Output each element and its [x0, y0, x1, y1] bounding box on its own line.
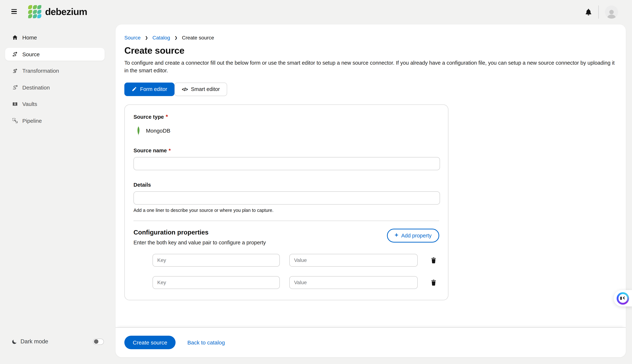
add-property-button[interactable]: + Add property: [387, 228, 439, 242]
tab-label: Form editor: [140, 86, 167, 92]
notifications-button[interactable]: [585, 8, 592, 16]
property-rows: [133, 254, 439, 289]
sidebar-item-transformation[interactable]: Transformation: [5, 64, 105, 77]
assistant-eye: [620, 296, 622, 300]
debezium-logo-icon: [28, 5, 41, 18]
editor-tabs: Form editor </> Smart editor: [124, 82, 616, 96]
chevron-right-icon: ❯: [145, 36, 148, 40]
tab-label: Smart editor: [191, 86, 220, 92]
source-name-field-label: Source name*: [133, 148, 439, 153]
sidebar-item-source[interactable]: Source: [5, 48, 105, 60]
sidebar-item-vaults[interactable]: Vaults: [5, 98, 105, 110]
property-value-input[interactable]: [289, 276, 418, 289]
app-name: debezium: [45, 6, 87, 17]
source-name-input[interactable]: [133, 157, 440, 170]
person-icon: [606, 8, 617, 19]
main-card: Source ❯ Catalog ❯ Create source Create …: [116, 24, 626, 357]
tab-smart-editor[interactable]: </> Smart editor: [174, 82, 227, 96]
source-name-label: Source name: [133, 148, 167, 153]
hamburger-menu-button[interactable]: [11, 9, 17, 14]
sidebar-item-label: Vaults: [22, 101, 37, 107]
toggle-knob: [94, 339, 98, 344]
back-to-catalog-link[interactable]: Back to catalog: [187, 339, 225, 345]
pipeline-icon: [12, 118, 18, 124]
required-asterisk: *: [166, 114, 168, 120]
breadcrumb-current: Create source: [182, 34, 214, 40]
required-asterisk: *: [169, 148, 171, 153]
sidebar: Home Source Transformation Destination: [0, 31, 110, 131]
config-properties-subtitle: Enter the both key and value pair to con…: [133, 240, 266, 245]
details-label: Details: [133, 182, 439, 188]
property-value-input[interactable]: [289, 254, 418, 266]
trash-icon: [431, 279, 436, 286]
code-icon: </>: [182, 86, 188, 92]
header-divider: [598, 6, 599, 19]
transformation-icon: [12, 68, 18, 74]
sidebar-item-label: Destination: [22, 84, 50, 90]
moon-icon: [12, 339, 17, 344]
debezium-logo: debezium: [28, 5, 87, 18]
details-input[interactable]: [133, 191, 440, 204]
dark-mode-label: Dark mode: [21, 338, 48, 345]
vaults-icon: [12, 101, 18, 107]
header-actions: [585, 0, 618, 24]
assistant-eye: [623, 296, 626, 299]
details-helper-text: Add a one liner to describe your source …: [133, 208, 439, 213]
breadcrumb-link-catalog[interactable]: Catalog: [152, 34, 170, 40]
source-type-value: MongoDB: [146, 128, 170, 134]
property-key-input[interactable]: [152, 254, 280, 266]
dark-mode-row: Dark mode: [12, 338, 104, 345]
assistant-face: [618, 294, 627, 303]
sidebar-item-home[interactable]: Home: [5, 31, 105, 44]
page-description: To configure and create a connector fill…: [124, 59, 616, 74]
source-form-card: Source type* MongoDB Source name* Detail…: [124, 104, 448, 300]
chevron-right-icon: ❯: [174, 36, 177, 40]
add-property-label: Add property: [401, 232, 432, 238]
delete-property-button[interactable]: [431, 257, 436, 263]
page-content: Source ❯ Catalog ❯ Create source Create …: [116, 24, 626, 327]
property-key-input[interactable]: [152, 276, 280, 289]
dark-mode-toggle[interactable]: [93, 338, 104, 345]
assistant-widget[interactable]: [614, 290, 632, 306]
sidebar-item-pipeline[interactable]: Pipeline: [5, 114, 105, 127]
sidebar-item-label: Pipeline: [22, 118, 42, 124]
source-icon: [12, 51, 18, 57]
user-avatar[interactable]: [605, 6, 618, 19]
sidebar-item-label: Source: [22, 51, 40, 57]
pencil-icon: [132, 86, 137, 92]
create-source-button[interactable]: Create source: [124, 336, 175, 349]
section-divider: [133, 220, 439, 221]
app-root: debezium Home: [0, 0, 632, 364]
plus-icon: +: [395, 232, 398, 239]
form-footer: Create source Back to catalog: [116, 327, 626, 357]
source-type-field: Source type* MongoDB: [133, 114, 439, 136]
property-row: [133, 254, 439, 266]
source-type-value-row: MongoDB: [133, 125, 439, 136]
source-type-label: Source type: [133, 114, 164, 120]
property-row: [133, 276, 439, 289]
breadcrumb: Source ❯ Catalog ❯ Create source: [124, 34, 616, 40]
mongodb-leaf-icon: [136, 125, 141, 136]
config-properties-header: Configuration properties Enter the both …: [133, 228, 439, 245]
trash-icon: [431, 257, 436, 263]
assistant-icon: [617, 292, 629, 304]
bell-icon: [585, 8, 592, 16]
home-icon: [12, 34, 18, 40]
sidebar-item-destination[interactable]: Destination: [5, 81, 105, 94]
breadcrumb-link-source[interactable]: Source: [124, 34, 141, 40]
config-properties-title: Configuration properties: [133, 228, 266, 236]
sidebar-item-label: Home: [22, 34, 37, 40]
destination-icon: [12, 84, 18, 90]
top-header: debezium: [0, 0, 632, 24]
tab-form-editor[interactable]: Form editor: [124, 82, 174, 96]
sidebar-item-label: Transformation: [22, 68, 59, 74]
page-title: Create source: [124, 45, 616, 56]
delete-property-button[interactable]: [431, 279, 436, 286]
config-properties-titles: Configuration properties Enter the both …: [133, 228, 266, 245]
